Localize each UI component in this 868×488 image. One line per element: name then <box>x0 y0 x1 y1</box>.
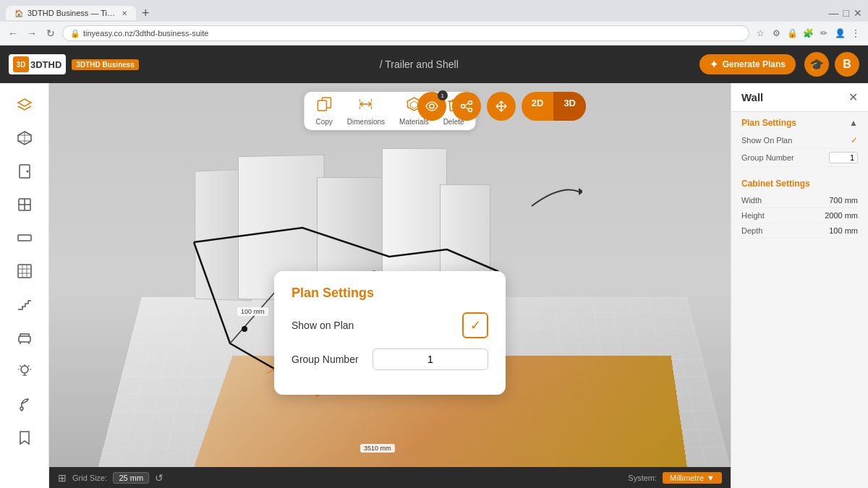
address-bar[interactable]: 🔒 tinyeasy.co.nz/3dthd-business-suite <box>62 25 749 41</box>
show-on-plan-field: Show On Plan ✓ <box>741 132 858 149</box>
height-label: Height <box>741 211 765 220</box>
bottom-right: System: Millimetre ▼ <box>628 472 722 484</box>
svg-point-10 <box>242 326 247 332</box>
window-tool-btn[interactable] <box>9 189 41 221</box>
browser-action-icons: ☆ ⚙ 🔒 🧩 ✏ 👤 ⋮ <box>754 27 862 40</box>
ext2-icon[interactable]: 🔒 <box>786 27 799 40</box>
ext4-icon[interactable]: ✏ <box>817 27 830 40</box>
profile-icon[interactable]: 👤 <box>833 27 846 40</box>
generate-star-icon: ✦ <box>710 59 718 70</box>
door-tool-btn[interactable] <box>9 155 41 187</box>
help-button[interactable]: 🎓 <box>804 52 829 77</box>
maximize-btn[interactable]: □ <box>843 7 849 19</box>
lighting-tool-btn[interactable] <box>9 355 41 387</box>
svg-rect-5 <box>19 336 30 342</box>
show-on-plan-check-icon: ✓ <box>851 135 858 145</box>
tab-close-btn[interactable]: ✕ <box>122 9 127 17</box>
app-container: 3D 3DTHD 3DTHD Business / Trailer and Sh… <box>0 46 868 488</box>
floor-tool-btn[interactable] <box>9 255 41 287</box>
back-btn[interactable]: ← <box>6 26 20 40</box>
show-on-plan-row: Show on Plan ✓ <box>292 312 488 338</box>
view-controls: 1 2D 3D <box>417 92 586 121</box>
bookmark-star-icon[interactable]: ☆ <box>754 27 767 40</box>
grid-size-input[interactable] <box>113 472 149 484</box>
curved-arrow-connector <box>524 170 582 213</box>
scale-label-1: 100 mm <box>237 307 268 316</box>
chevron-down-icon: ▼ <box>707 474 715 482</box>
cabinet-settings-header: Cabinet Settings <box>741 179 858 189</box>
view-2d-btn[interactable]: 2D <box>522 92 554 121</box>
active-tab[interactable]: 🏠 3DTHD Business — Tiny Easy - T ✕ <box>6 6 136 20</box>
svg-point-21 <box>468 108 472 112</box>
new-tab-btn[interactable]: + <box>142 6 150 21</box>
logo-area: 3D 3DTHD 3DTHD Business <box>9 54 139 74</box>
height-field: Height 2000 mm <box>741 208 858 223</box>
right-panel: Wall ✕ Plan Settings ▲ Show On Plan ✓ Gr… <box>731 83 868 488</box>
grid-square-icon: ⊞ <box>58 472 67 484</box>
copy-tool-btn[interactable]: Copy <box>315 96 332 126</box>
show-on-plan-label: Show on Plan <box>292 320 354 331</box>
group-number-input[interactable] <box>373 348 488 370</box>
cube-tool-btn[interactable] <box>9 122 41 154</box>
viewport[interactable]: → → → → → 100 mm 100 mm 100 mm 3510 mm <box>49 83 731 488</box>
system-label: System: <box>628 474 657 482</box>
svg-marker-22 <box>579 188 582 195</box>
main-area: → → → → → 100 mm 100 mm 100 mm 3510 mm <box>0 83 868 488</box>
account-button[interactable]: B <box>835 52 859 77</box>
browser-nav: ← → ↻ 🔒 tinyeasy.co.nz/3dthd-business-su… <box>0 22 868 45</box>
generate-plans-button[interactable]: ✦ Generate Plans <box>699 54 796 74</box>
minimize-btn[interactable]: — <box>829 7 839 19</box>
tab-bar: 🏠 3DTHD Business — Tiny Easy - T ✕ + — □… <box>0 0 868 22</box>
group-number-row: Group Number <box>292 348 488 370</box>
svg-point-20 <box>461 105 464 108</box>
ext3-icon[interactable]: 🧩 <box>801 27 814 40</box>
group-number-field-input[interactable] <box>829 152 858 163</box>
window-close-btn[interactable]: ✕ <box>854 7 862 19</box>
left-toolbar <box>0 83 49 488</box>
top-bar: 3D 3DTHD 3DTHD Business / Trailer and Sh… <box>0 46 868 83</box>
plan-settings-popup: Plan Settings Show on Plan ✓ Group Numbe… <box>274 271 506 395</box>
panel-close-btn[interactable]: ✕ <box>848 90 858 104</box>
view-3d-btn[interactable]: 3D <box>553 92 586 121</box>
paint-tool-btn[interactable] <box>9 388 41 420</box>
forward-btn[interactable]: → <box>25 26 39 40</box>
width-label: Width <box>741 196 762 205</box>
svg-rect-4 <box>18 265 31 278</box>
plan-settings-collapse-btn[interactable]: ▲ <box>849 118 858 128</box>
bottom-bar: ⊞ Grid Size: ↺ System: Millimetre ▼ <box>49 467 731 488</box>
depth-field: Depth 100 mm <box>741 223 858 239</box>
view-ctrl-move-btn[interactable] <box>487 92 516 121</box>
panel-header: Wall ✕ <box>731 83 868 112</box>
group-number-field: Group Number <box>741 149 858 167</box>
cabinet-settings-section-title: Cabinet Settings <box>741 179 810 189</box>
group-number-field-label: Group Number <box>741 153 794 162</box>
svg-rect-3 <box>18 235 31 241</box>
reload-btn[interactable]: ↻ <box>43 26 58 40</box>
top-right-icons: 🎓 B <box>804 52 859 77</box>
panel-title: Wall <box>741 91 763 103</box>
wall-tool-btn[interactable] <box>9 222 41 254</box>
menu-icon[interactable]: ⋮ <box>849 27 862 40</box>
logo-text: 3DTHD <box>30 59 61 70</box>
scale-label-4: 3510 mm <box>360 444 395 453</box>
height-value: 2000 mm <box>825 211 858 220</box>
refresh-btn[interactable]: ↺ <box>155 472 163 484</box>
plan-settings-section: Plan Settings ▲ Show On Plan ✓ Group Num… <box>731 112 868 173</box>
dimensions-tool-btn[interactable]: Dimensions <box>347 96 385 126</box>
ext1-icon[interactable]: ⚙ <box>770 27 783 40</box>
view-ctrl-share-btn[interactable] <box>452 92 481 121</box>
group-number-label: Group Number <box>292 354 359 365</box>
layers-tool-btn[interactable] <box>9 89 41 121</box>
bookmark-tool-btn[interactable] <box>9 421 41 453</box>
svg-point-19 <box>468 101 472 105</box>
system-btn[interactable]: Millimetre ▼ <box>663 472 722 484</box>
width-value: 700 mm <box>829 196 858 205</box>
cabinet-settings-section: Cabinet Settings Width 700 mm Height 200… <box>731 173 868 244</box>
stairs-tool-btn[interactable] <box>9 288 41 320</box>
depth-value: 100 mm <box>829 226 858 235</box>
dimensions-icon <box>358 96 374 116</box>
view-ctrl-eye-btn[interactable]: 1 <box>417 92 446 121</box>
svg-point-6 <box>21 366 28 373</box>
furniture-tool-btn[interactable] <box>9 322 41 354</box>
show-on-plan-checkbox[interactable]: ✓ <box>462 312 488 338</box>
